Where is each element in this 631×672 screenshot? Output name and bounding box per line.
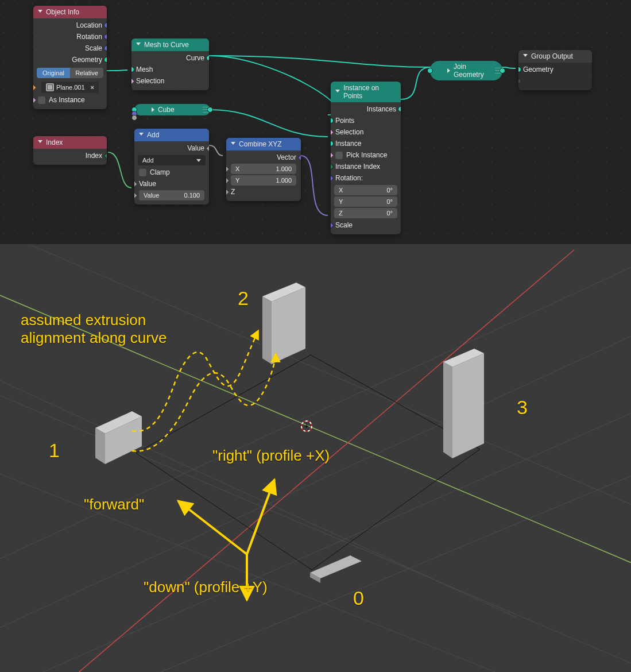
- x-field[interactable]: X1.000: [231, 164, 296, 174]
- transform-space-toggle[interactable]: Original Relative: [37, 68, 103, 78]
- checkbox-pick-instance[interactable]: [335, 152, 343, 159]
- svg-marker-24: [452, 353, 484, 458]
- operation-label: Add: [142, 157, 154, 164]
- output-curve: Curve: [186, 54, 204, 62]
- node-title: Instance on Points: [343, 84, 396, 100]
- node-header[interactable]: Object Info: [33, 6, 107, 18]
- node-title: Combine XYZ: [239, 140, 282, 148]
- label-rotation: Rotation:: [335, 174, 363, 182]
- operation-dropdown[interactable]: Add: [138, 155, 206, 165]
- node-header[interactable]: Mesh to Curve: [131, 38, 209, 51]
- input-selection: Selection: [136, 77, 164, 85]
- index-label-3: 3: [517, 396, 528, 419]
- node-header[interactable]: Add: [134, 129, 209, 141]
- btn-relative[interactable]: Relative: [70, 68, 103, 78]
- annotation-right: "right" (profile +X): [212, 447, 330, 465]
- node-header[interactable]: Instance on Points: [331, 82, 401, 102]
- label-as-instance: As Instance: [49, 96, 85, 104]
- clear-icon[interactable]: ×: [91, 84, 94, 91]
- node-group-output[interactable]: Group Output Geometry: [518, 50, 592, 90]
- input-value1: Value: [139, 180, 156, 188]
- node-combine-xyz[interactable]: Combine XYZ Vector X1.000 Y1.000 Z: [226, 138, 301, 201]
- output-rotation: Rotation: [76, 33, 102, 41]
- ry-field[interactable]: Y0°: [334, 196, 397, 207]
- chevron-down-icon: [38, 140, 42, 145]
- svg-line-30: [247, 480, 274, 554]
- input-points: Points: [335, 117, 354, 125]
- output-instances: Instances: [367, 105, 396, 113]
- node-cube[interactable]: Cube: [134, 104, 210, 115]
- node-title: Object Info: [46, 8, 79, 16]
- chevron-down-icon: [231, 142, 235, 147]
- index-label-2: 2: [238, 287, 249, 310]
- node-index[interactable]: Index Index: [33, 136, 107, 165]
- input-selection: Selection: [335, 128, 363, 136]
- node-title: Join Geometry: [454, 63, 487, 79]
- svg-line-29: [178, 501, 247, 554]
- chevron-down-icon: [38, 10, 42, 15]
- node-title: Index: [46, 138, 63, 146]
- node-title: Cube: [158, 106, 175, 114]
- input-mesh: Mesh: [136, 65, 153, 74]
- value2-label: Value: [144, 192, 159, 199]
- input-instance-index: Instance Index: [335, 163, 380, 171]
- annotation-down: "down" (profile +Y): [144, 578, 268, 596]
- node-math-add[interactable]: Add Value Add Clamp Value Value0.100: [134, 129, 209, 204]
- geometry-node-editor[interactable]: Object Info Location Rotation Scale Geom…: [0, 0, 631, 244]
- output-location: Location: [76, 21, 102, 29]
- svg-marker-17: [95, 428, 105, 464]
- chevron-down-icon: [139, 133, 144, 138]
- value2-number: 0.100: [184, 192, 200, 199]
- svg-marker-20: [262, 296, 272, 364]
- node-header[interactable]: Index: [33, 136, 107, 149]
- chevron-down-icon: [335, 90, 340, 95]
- node-title: Mesh to Curve: [144, 41, 189, 49]
- object-name: Plane.001: [56, 84, 85, 91]
- node-title: Group Output: [531, 52, 573, 60]
- output-value: Value: [187, 144, 204, 152]
- chevron-down-icon: [136, 43, 141, 48]
- output-geometry: Geometry: [72, 56, 102, 64]
- node-join-geometry[interactable]: Join Geometry: [430, 61, 502, 80]
- label-clamp: Clamp: [150, 168, 170, 176]
- checkbox-clamp[interactable]: [139, 169, 146, 176]
- output-vector: Vector: [277, 153, 296, 161]
- node-mesh-to-curve[interactable]: Mesh to Curve Curve Mesh Selection: [131, 38, 209, 90]
- 3d-viewport[interactable]: assumed extrusion alignment along curve …: [0, 244, 631, 672]
- svg-line-3: [57, 428, 631, 672]
- value2-field[interactable]: Value0.100: [139, 190, 204, 200]
- input-geometry: Geometry: [523, 65, 553, 74]
- input-instance: Instance: [335, 140, 361, 148]
- node-object-info[interactable]: Object Info Location Rotation Scale Geom…: [33, 6, 107, 109]
- node-title: Add: [147, 131, 159, 139]
- annotation-forward: "forward": [84, 496, 144, 513]
- svg-line-10: [136, 355, 311, 453]
- node-header[interactable]: Combine XYZ: [226, 138, 301, 150]
- rz-field[interactable]: Z0°: [334, 208, 397, 218]
- output-scale: Scale: [85, 44, 102, 52]
- checkbox-as-instance[interactable]: [38, 96, 45, 104]
- mesh-icon: [46, 83, 54, 91]
- svg-line-13: [312, 449, 480, 570]
- chevron-right-icon: [152, 107, 154, 112]
- index-label-1: 1: [49, 439, 60, 462]
- rx-field[interactable]: X0°: [334, 185, 397, 195]
- chevron-right-icon: [447, 68, 450, 73]
- input-z: Z: [231, 188, 235, 196]
- label-pick-instance: Pick Instance: [346, 151, 387, 159]
- output-index: Index: [86, 152, 102, 160]
- chevron-down-icon: [523, 54, 528, 59]
- node-header[interactable]: Group Output: [518, 50, 592, 63]
- svg-marker-14: [310, 555, 362, 578]
- input-scale: Scale: [335, 221, 353, 229]
- annotation-main: assumed extrusion alignment along curve: [21, 311, 167, 347]
- svg-marker-23: [443, 362, 452, 458]
- svg-line-2: [0, 388, 631, 672]
- y-field[interactable]: Y1.000: [231, 175, 296, 186]
- node-instance-on-points[interactable]: Instance on Points Instances Points Sele…: [331, 82, 401, 234]
- btn-original[interactable]: Original: [37, 68, 70, 78]
- object-selector[interactable]: Plane.001 ×: [41, 82, 99, 93]
- index-label-0: 0: [353, 587, 364, 609]
